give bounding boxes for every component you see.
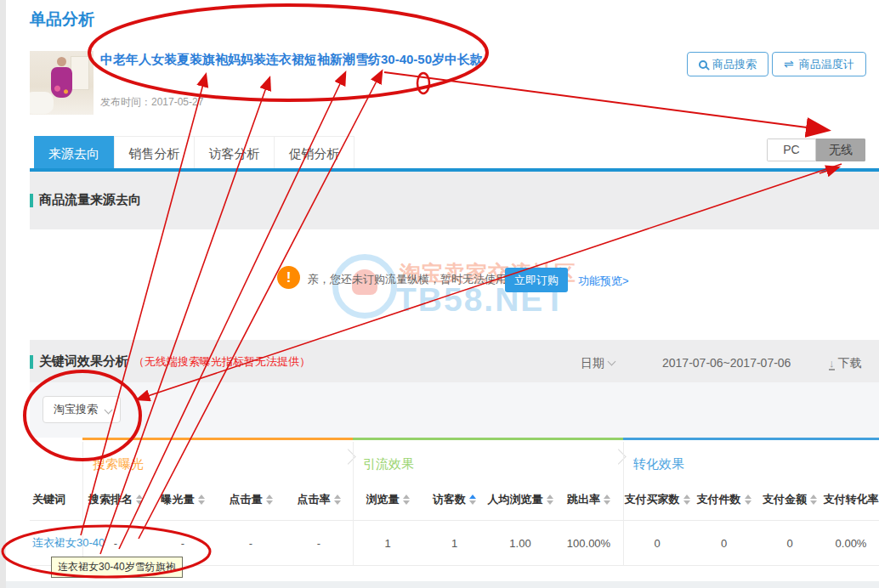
chevron-down-icon bbox=[105, 405, 113, 414]
sort-icon bbox=[403, 495, 410, 505]
cell-avg-pageviews: 1.00 bbox=[486, 537, 554, 550]
column-paid-buyers[interactable]: 支付买家数 bbox=[623, 492, 691, 507]
keyword-effect-table: 搜索曝光 引流效果 转化效果 关键词 搜索排名 曝光量 点击量 点击率 浏览量 … bbox=[30, 438, 879, 566]
column-paid-amount[interactable]: 支付金额 bbox=[757, 492, 823, 507]
bottom-strip bbox=[6, 581, 879, 588]
sort-icon bbox=[334, 495, 341, 505]
traffic-source-value: 淘宝搜索 bbox=[54, 402, 101, 417]
product-title-link[interactable]: 中老年人女装夏装旗袍妈妈装连衣裙短袖新潮雪纺30-40-50岁中长款 bbox=[100, 52, 483, 68]
sort-icon bbox=[604, 495, 610, 505]
date-range: 2017-07-06~2017-07-06 bbox=[662, 356, 791, 370]
group-search-exposure: 搜索曝光 bbox=[82, 438, 353, 478]
page-title: 单品分析 bbox=[30, 8, 94, 31]
cell-visitors: 1 bbox=[422, 537, 486, 550]
column-pageviews[interactable]: 浏览量 bbox=[353, 492, 422, 507]
annotation-small-oval bbox=[417, 73, 429, 93]
sort-icon bbox=[547, 495, 553, 505]
cell-pageviews: 1 bbox=[353, 537, 422, 550]
cell-paid-items: 0 bbox=[691, 537, 757, 550]
tab-visitor-analysis[interactable]: 访客分析 bbox=[194, 137, 274, 170]
date-dropdown[interactable]: 日期 bbox=[581, 356, 615, 371]
toggle-pc[interactable]: PC bbox=[767, 139, 816, 161]
teal-bar-icon bbox=[30, 355, 33, 369]
sort-icon bbox=[683, 495, 690, 505]
column-avg-pageviews[interactable]: 人均浏览量 bbox=[486, 492, 554, 507]
cell-conversion-rate: 0.00% bbox=[823, 537, 879, 550]
column-keyword: 关键词 bbox=[30, 492, 82, 507]
order-now-button[interactable]: 立即订购 bbox=[505, 268, 568, 292]
column-conversion-rate: 支付转化率 bbox=[823, 492, 879, 507]
feature-preview-link[interactable]: 功能预览> bbox=[578, 274, 629, 289]
wireless-note: （无线端搜索曝光指标暂无法提供） bbox=[133, 354, 310, 370]
tab-sales-analysis[interactable]: 销售分析 bbox=[114, 137, 194, 170]
chevron-down-icon bbox=[608, 358, 616, 366]
cell-clicks: - bbox=[217, 537, 285, 550]
sort-icon bbox=[198, 495, 205, 505]
traffic-section-band bbox=[30, 172, 879, 229]
sort-icon bbox=[745, 495, 751, 505]
annotation-arrow-to-wireless bbox=[384, 72, 826, 130]
cell-ctr: - bbox=[285, 537, 353, 550]
publish-time: 发布时间：2017-05-27 bbox=[100, 95, 203, 110]
sort-icon-active bbox=[469, 495, 476, 505]
product-search-button[interactable]: 商品搜索 bbox=[687, 52, 768, 76]
cell-exposure: - bbox=[149, 537, 217, 550]
thumbnail-person bbox=[57, 57, 66, 66]
traffic-source-select[interactable]: 淘宝搜索 bbox=[43, 396, 121, 423]
swap-arrows-icon bbox=[784, 53, 794, 76]
sort-icon bbox=[266, 495, 273, 505]
download-link[interactable]: 下载 bbox=[829, 356, 862, 371]
single-item-analysis-page: 单品分析 中老年人女装夏装旗袍妈妈装连衣裙短袖新潮雪纺30-40-50岁中长款 … bbox=[0, 0, 879, 588]
analysis-tabs: 来源去向 销售分析 访客分析 促销分析 bbox=[34, 136, 354, 170]
column-paid-items[interactable]: 支付件数 bbox=[691, 492, 757, 507]
product-search-label: 商品搜索 bbox=[712, 53, 757, 76]
left-gutter bbox=[0, 0, 6, 588]
column-exposure[interactable]: 曝光量 bbox=[149, 492, 217, 507]
warning-icon bbox=[277, 266, 300, 289]
product-thermometer-label: 商品温度计 bbox=[799, 53, 854, 76]
cell-paid-amount: 0 bbox=[757, 537, 823, 550]
thumbnail-background-sofa bbox=[30, 92, 54, 114]
cell-bounce-rate: 100.00% bbox=[554, 537, 623, 550]
column-bounce-rate[interactable]: 跳出率 bbox=[554, 492, 623, 507]
teal-bar-icon bbox=[30, 194, 33, 207]
group-conversion-effect: 转化效果 bbox=[623, 438, 879, 478]
traffic-section-heading: 商品流量来源去向 bbox=[30, 192, 141, 208]
cell-paid-buyers: 0 bbox=[623, 537, 691, 550]
keyword-tooltip: 连衣裙女30-40岁雪纺旗袍 bbox=[51, 557, 183, 578]
thumbnail-background bbox=[71, 56, 89, 90]
keyword-link[interactable]: 连衣裙女30-40 bbox=[32, 536, 105, 549]
table-divider bbox=[623, 442, 624, 566]
thumbnail-dress bbox=[51, 67, 72, 98]
keyword-filter-band bbox=[30, 382, 879, 438]
column-clicks[interactable]: 点击量 bbox=[217, 492, 285, 507]
product-thumbnail[interactable] bbox=[30, 51, 94, 115]
tab-source-destination[interactable]: 来源去向 bbox=[34, 136, 114, 171]
column-search-rank[interactable]: 搜索排名 bbox=[82, 492, 149, 507]
subscription-notice: 亲，您还未订购流量纵横，暂时无法使用！ bbox=[308, 272, 518, 287]
column-ctr[interactable]: 点击率 bbox=[285, 492, 353, 507]
column-group-row: 搜索曝光 引流效果 转化效果 bbox=[30, 438, 879, 478]
column-visitors[interactable]: 访客数 bbox=[422, 492, 486, 507]
device-toggle: PC 无线 bbox=[767, 139, 865, 161]
product-thermometer-button[interactable]: 商品温度计 bbox=[772, 52, 866, 76]
table-divider bbox=[353, 442, 354, 566]
group-traffic-effect: 引流效果 bbox=[353, 438, 623, 478]
table-header-row: 关键词 搜索排名 曝光量 点击量 点击率 浏览量 访客数 人均浏览量 跳出率 支… bbox=[30, 478, 879, 521]
search-icon bbox=[699, 60, 707, 69]
tab-promotion-analysis[interactable]: 促销分析 bbox=[274, 137, 354, 170]
keyword-section-heading: 关键词效果分析 （无线端搜索曝光指标暂无法提供） bbox=[30, 353, 310, 370]
toggle-wireless[interactable]: 无线 bbox=[816, 139, 865, 161]
sort-icon bbox=[136, 495, 143, 505]
sort-icon bbox=[810, 495, 817, 505]
download-icon bbox=[829, 359, 835, 370]
